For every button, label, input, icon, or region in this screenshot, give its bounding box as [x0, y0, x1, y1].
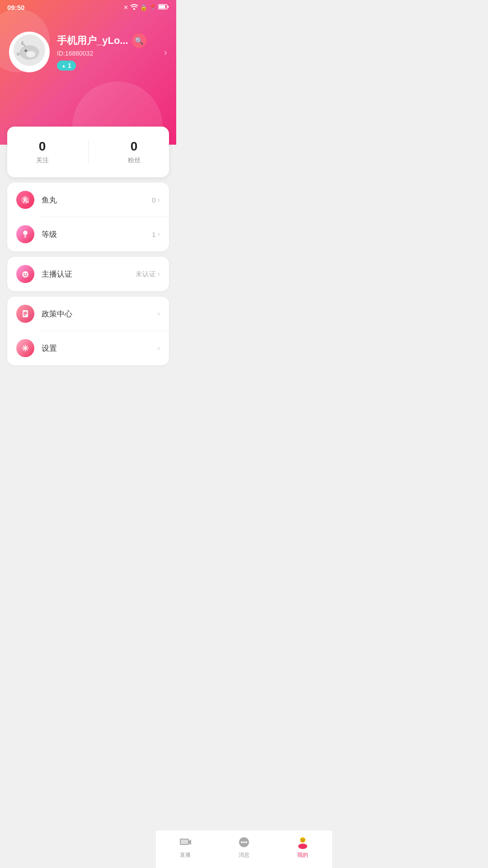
- search-button[interactable]: 🔍: [132, 33, 146, 48]
- svg-point-14: [23, 274, 24, 274]
- svg-rect-19: [23, 315, 26, 316]
- yuwan-value: 0: [152, 196, 155, 204]
- svg-point-11: [23, 231, 28, 235]
- menu-item-settings[interactable]: 设置 ›: [7, 331, 169, 365]
- menu-item-level[interactable]: 等级 1 ›: [7, 217, 169, 251]
- level-value: 1: [152, 231, 155, 238]
- svg-rect-2: [159, 5, 165, 9]
- following-label: 关注: [36, 156, 49, 165]
- bottom-nav: 直播 消息: [156, 830, 176, 868]
- stat-following[interactable]: 0 关注: [36, 139, 49, 165]
- status-icons: ✕ 🔒 📍: [123, 4, 169, 11]
- policy-arrow-icon: ›: [158, 310, 160, 318]
- yuwan-icon: 丸: [16, 191, 34, 209]
- level-number: 1: [68, 62, 71, 69]
- followers-label: 粉丝: [128, 156, 141, 165]
- svg-text:丸: 丸: [22, 197, 29, 203]
- menu-item-anchor[interactable]: 主播认证 未认证 ›: [7, 257, 169, 291]
- level-arrow-icon: ›: [158, 230, 160, 238]
- svg-rect-17: [23, 312, 27, 313]
- main-content: 0 关注 0 粉丝 丸 鱼丸 0 ›: [0, 127, 176, 407]
- location-icon: 📍: [149, 4, 156, 11]
- app-container: 09:50 ✕ 🔒 📍: [0, 0, 176, 407]
- stat-followers[interactable]: 0 粉丝: [128, 139, 141, 165]
- profile-name-row: 手机用户_yLo... 🔍: [57, 33, 167, 48]
- yuwan-arrow-icon: ›: [158, 196, 160, 204]
- svg-point-13: [22, 271, 28, 278]
- followers-count: 0: [131, 139, 138, 154]
- stat-divider: [88, 141, 89, 163]
- menu-card-2: 主播认证 未认证 ›: [7, 257, 169, 291]
- status-bar: 09:50 ✕ 🔒 📍: [0, 0, 176, 13]
- svg-point-15: [26, 274, 27, 274]
- policy-label: 政策中心: [42, 309, 156, 319]
- menu-item-yuwan[interactable]: 丸 鱼丸 0 ›: [7, 183, 169, 217]
- avatar-image: [14, 34, 45, 70]
- svg-rect-3: [168, 6, 169, 8]
- level-label: 等级: [42, 229, 152, 240]
- profile-arrow-icon[interactable]: ›: [164, 47, 167, 57]
- nav-item-live[interactable]: 直播: [156, 835, 176, 859]
- close-icon: ✕: [123, 4, 128, 11]
- status-time: 09:50: [7, 4, 24, 11]
- anchor-value: 未认证: [136, 270, 156, 278]
- anchor-label: 主播认证: [42, 269, 136, 279]
- svg-rect-12: [24, 235, 26, 238]
- profile-banner: 09:50 ✕ 🔒 📍: [0, 0, 176, 145]
- yuwan-label: 鱼丸: [42, 195, 152, 205]
- menu-card-1: 丸 鱼丸 0 › 等级 1 ›: [7, 183, 169, 251]
- following-count: 0: [39, 139, 46, 154]
- level-triangle-icon: ▲: [61, 63, 66, 68]
- stats-card: 0 关注 0 粉丝: [7, 127, 169, 177]
- anchor-icon: [16, 265, 34, 283]
- avatar[interactable]: [9, 32, 50, 72]
- profile-name: 手机用户_yLo...: [57, 34, 128, 47]
- profile-info: 手机用户_yLo... 🔍 ID:16880032 ▲ 1: [57, 33, 167, 71]
- settings-label: 设置: [42, 343, 156, 354]
- level-icon: [16, 225, 34, 243]
- profile-id: ID:16880032: [57, 50, 167, 57]
- settings-arrow-icon: ›: [158, 344, 160, 352]
- menu-item-policy[interactable]: 政策中心 ›: [7, 297, 169, 331]
- policy-icon: [16, 305, 34, 323]
- menu-card-3: 政策中心 › 设置 ›: [7, 297, 169, 365]
- level-badge[interactable]: ▲ 1: [57, 61, 76, 71]
- svg-rect-18: [23, 313, 27, 314]
- svg-point-8: [25, 50, 26, 51]
- search-icon: 🔍: [135, 37, 144, 45]
- svg-point-20: [24, 347, 27, 349]
- settings-icon-wrap: [16, 339, 34, 357]
- anchor-arrow-icon: ›: [158, 270, 160, 278]
- wifi-icon: [130, 4, 138, 11]
- profile-row: 手机用户_yLo... 🔍 ID:16880032 ▲ 1 ›: [9, 32, 167, 72]
- lock-icon: 🔒: [140, 4, 147, 11]
- svg-point-6: [26, 51, 35, 57]
- svg-point-0: [133, 8, 135, 10]
- battery-icon: [158, 4, 169, 11]
